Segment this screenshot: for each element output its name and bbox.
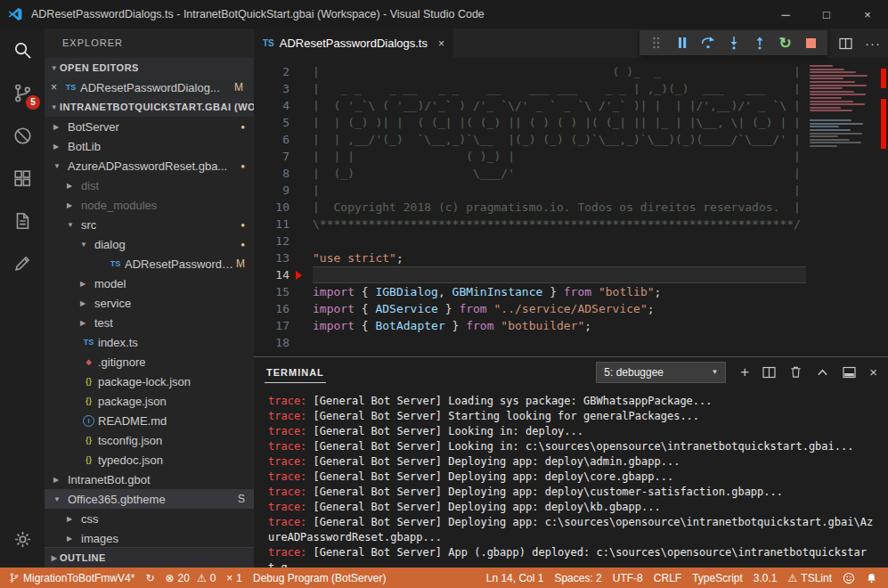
chevron-right-icon[interactable]: ▶ (78, 280, 94, 288)
line-number[interactable]: 10 (254, 199, 313, 216)
tree-item-node-modules[interactable]: ▶node_modules (45, 195, 254, 215)
stop-icon[interactable] (799, 32, 823, 53)
pause-icon[interactable] (670, 32, 694, 53)
close-tab-icon[interactable]: × (438, 37, 444, 50)
chevron-right-icon[interactable]: ▶ (78, 299, 94, 307)
maximize-button[interactable]: □ (806, 0, 847, 29)
code-line[interactable]: | (_) \___/' | (313, 165, 806, 182)
line-number[interactable]: 2 (254, 63, 313, 80)
source-control-icon[interactable]: 5 (0, 71, 45, 114)
document-icon[interactable] (0, 200, 45, 242)
tree-item-botserver[interactable]: ▶BotServer● (45, 117, 254, 136)
terminal-select[interactable]: 5: debuggee ▼ (596, 362, 726, 383)
line-number[interactable]: 9 (254, 182, 313, 199)
tree-item-intranetbot-gbot[interactable]: ▶IntranetBot.gbot (45, 470, 254, 489)
line-number[interactable]: 11 (254, 216, 313, 233)
tree-item-css[interactable]: ▶css (45, 509, 254, 528)
eol-item[interactable]: CRLF (648, 568, 687, 588)
code-line[interactable] (313, 334, 806, 351)
notifications-bell-icon[interactable] (860, 568, 883, 588)
minimize-button[interactable]: ─ (765, 0, 806, 29)
tree-item-typedoc-json[interactable]: {}typedoc.json (45, 450, 254, 470)
tree-item-service[interactable]: ▶service (45, 293, 254, 313)
step-out-icon[interactable] (747, 32, 771, 53)
tree-item-model[interactable]: ▶model (45, 274, 254, 293)
tree-item-package-json[interactable]: {}package.json (45, 391, 254, 411)
workspace-header[interactable]: ▼ INTRANETBOTQUICKSTART.GBAI (WO... (45, 97, 254, 117)
chevron-right-icon[interactable]: ▶ (65, 515, 81, 523)
tree-item-readme-md[interactable]: iREADME.md (45, 411, 254, 430)
tree-item-src[interactable]: ▼src● (45, 215, 254, 234)
code-line[interactable]: "use strict"; (313, 249, 806, 266)
tree-item-adresetpassworddial[interactable]: TSADResetPasswordDial...M (45, 254, 254, 274)
line-number[interactable]: 14 (254, 266, 313, 283)
language-item[interactable]: TypeScript (687, 568, 748, 588)
code-line[interactable]: | | (_) )| | ( (_| |( (_) || ( ) ( ) |( … (313, 114, 806, 131)
step-over-icon[interactable] (696, 32, 720, 53)
editor[interactable]: 23456789101112131415161718 | ( )_ _ || _… (254, 58, 888, 356)
problems-item[interactable]: ⊗ 20 ⚠ 0 (159, 568, 221, 588)
close-panel-icon[interactable]: × (869, 364, 877, 380)
search-icon[interactable] (0, 29, 45, 71)
chevron-right-icon[interactable]: ▶ (52, 143, 68, 151)
line-number[interactable]: 6 (254, 131, 313, 148)
code-line[interactable] (313, 266, 806, 283)
line-number[interactable]: 13 (254, 249, 313, 266)
line-number[interactable]: 16 (254, 300, 313, 317)
line-number[interactable]: 7 (254, 148, 313, 165)
split-editor-icon[interactable] (839, 37, 852, 50)
restart-icon[interactable]: ↻ (773, 32, 797, 53)
close-icon[interactable]: × (51, 81, 63, 94)
chevron-right-icon[interactable]: ▶ (65, 535, 81, 543)
code-line[interactable]: | _ _ _ __ _ _ __ ___ ___ _ _ | ,_)(_) _… (313, 80, 806, 97)
code-line[interactable]: import { BotAdapter } from "botbuilder"; (313, 317, 806, 334)
open-editor-item[interactable]: × TS ADResetPasswordDialog... M (45, 78, 254, 97)
line-number[interactable]: 8 (254, 165, 313, 182)
code-area[interactable]: | ( )_ _ || _ _ _ __ _ _ __ ___ ___ _ _ … (313, 58, 806, 356)
tree-item-azureadpasswordreset-gba[interactable]: ▼AzureADPasswordReset.gba...● (45, 156, 254, 176)
step-into-icon[interactable] (721, 32, 745, 53)
panel-layout-icon[interactable] (843, 366, 856, 379)
open-editors-header[interactable]: ▼ OPEN EDITORS (45, 58, 254, 78)
tree-item-test[interactable]: ▶test (45, 313, 254, 332)
code-line[interactable]: | | (313, 182, 806, 199)
tree-item-package-lock-json[interactable]: {}package-lock.json (45, 372, 254, 391)
editor-gutter[interactable]: 23456789101112131415161718 (254, 58, 313, 356)
debug-icon[interactable] (0, 114, 45, 157)
code-line[interactable]: import { ADService } from "../service/AD… (313, 300, 806, 317)
kill-terminal-icon[interactable] (789, 365, 802, 379)
tree-item-office365-gbtheme[interactable]: ▼Office365.gbthemeS (45, 489, 254, 509)
tree-item-tsconfig-json[interactable]: {}tsconfig.json (45, 430, 254, 450)
feedback-smiley-icon[interactable] (837, 568, 860, 588)
ts-version-item[interactable]: 3.0.1 (748, 568, 783, 588)
line-number[interactable]: 17 (254, 317, 313, 334)
chevron-down-icon[interactable]: ▼ (65, 221, 81, 229)
code-line[interactable]: | Copyright 2018 (c) pragmatismo.io. Tod… (313, 199, 806, 216)
outline-header[interactable]: ▶ OUTLINE (45, 547, 254, 568)
line-number[interactable]: 4 (254, 97, 313, 114)
chevron-right-icon[interactable]: ▶ (78, 319, 94, 327)
tree-item-botlib[interactable]: ▶BotLib (45, 136, 254, 156)
edit-icon[interactable] (0, 242, 45, 285)
line-number[interactable]: 3 (254, 80, 313, 97)
new-terminal-icon[interactable]: + (740, 364, 749, 380)
code-line[interactable]: | ( '_`\ ( '__)/'_` ) /'_ `\/' _ ` _ `\ … (313, 97, 806, 114)
debug-status-item[interactable]: Debug Program (BotServer) (248, 568, 391, 588)
tab-adresetpassworddialogs[interactable]: TS ADResetPasswordDialogs.ts × (254, 29, 453, 58)
line-number[interactable]: 18 (254, 334, 313, 351)
cursor-position-item[interactable]: Ln 14, Col 1 (481, 568, 550, 588)
chevron-down-icon[interactable]: ▼ (52, 495, 68, 503)
tree-item-index-ts[interactable]: TSindex.ts (45, 332, 254, 352)
drag-handle-icon[interactable] (644, 32, 668, 53)
line-number[interactable]: 5 (254, 114, 313, 131)
code-line[interactable]: | | | ( )_) | | (313, 148, 806, 165)
tree-item-dist[interactable]: ▶dist (45, 176, 254, 195)
terminal-output[interactable]: trace: [General Bot Server] Loading sys … (254, 387, 888, 568)
code-line[interactable]: \***************************************… (313, 216, 806, 233)
indentation-item[interactable]: Spaces: 2 (549, 568, 607, 588)
tree-item-gitignore[interactable]: ◆.gitignore (45, 352, 254, 372)
chevron-right-icon[interactable]: ▶ (52, 476, 68, 484)
tree-item-images[interactable]: ▶images (45, 528, 254, 547)
code-line[interactable] (313, 233, 806, 249)
chevron-right-icon[interactable]: ▶ (52, 123, 68, 131)
